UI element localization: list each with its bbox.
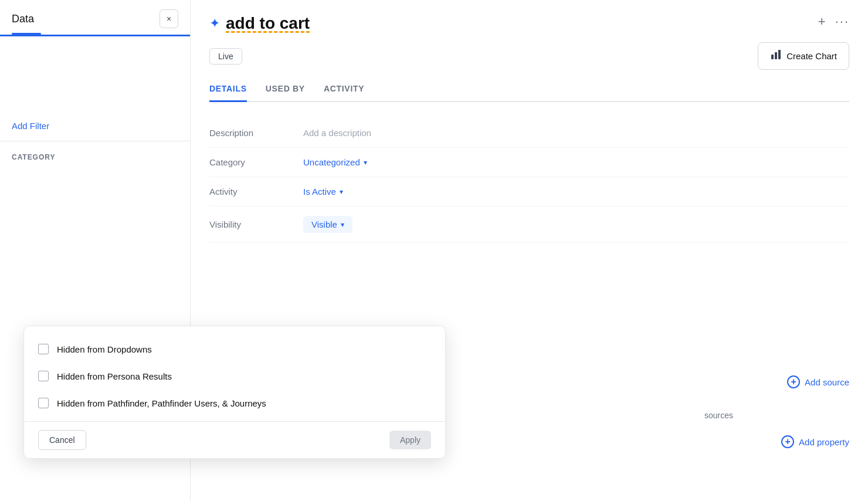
svg-rect-1	[775, 52, 777, 59]
sidebar-category-label: CATEGORY	[12, 153, 178, 161]
activity-label: Activity	[209, 187, 303, 197]
add-source-icon: +	[787, 375, 800, 388]
hidden-dropdowns-checkbox[interactable]	[38, 344, 49, 354]
category-dropdown[interactable]: Uncategorized ▾	[303, 157, 367, 167]
add-filter-button[interactable]: Add Filter	[12, 121, 49, 131]
add-button[interactable]: +	[818, 14, 826, 29]
activity-row: Activity Is Active ▾	[209, 177, 849, 207]
sidebar-header: Data ×	[0, 0, 190, 33]
hidden-dropdowns-label: Hidden from Dropdowns	[57, 344, 152, 354]
dropdown-item-hidden-pathfinder[interactable]: Hidden from Pathfinder, Pathfinder Users…	[24, 390, 445, 417]
chevron-down-icon: ▾	[340, 188, 343, 196]
hidden-pathfinder-checkbox[interactable]	[38, 398, 49, 408]
page-title: add to cart	[226, 14, 310, 33]
main-header: ✦ add to cart + ···	[209, 14, 849, 33]
live-badge: Live	[209, 48, 242, 65]
add-source-link[interactable]: + Add source	[787, 375, 849, 388]
sidebar-title: Data	[12, 13, 34, 25]
category-row: Category Uncategorized ▾	[209, 148, 849, 177]
visibility-dropdown-panel: Hidden from Dropdowns Hidden from Person…	[23, 326, 446, 459]
create-chart-button[interactable]: Create Chart	[758, 42, 849, 70]
sidebar-category-section: CATEGORY	[0, 141, 190, 175]
visibility-label: Visibility	[209, 219, 303, 229]
chevron-down-icon: ▾	[364, 158, 367, 167]
add-source-label: Add source	[805, 377, 849, 387]
hidden-persona-checkbox[interactable]	[38, 371, 49, 381]
cancel-button[interactable]: Cancel	[38, 430, 86, 450]
description-value[interactable]: Add a description	[303, 128, 371, 138]
hidden-pathfinder-label: Hidden from Pathfinder, Pathfinder Users…	[57, 398, 266, 408]
svg-rect-2	[778, 50, 781, 59]
second-row: Live Create Chart	[209, 42, 849, 70]
visibility-dropdown[interactable]: Visible ▾	[303, 216, 352, 233]
activity-value: Is Active	[303, 187, 336, 197]
visibility-value: Visible	[311, 219, 337, 229]
apply-button[interactable]: Apply	[389, 431, 431, 449]
category-value: Uncategorized	[303, 157, 360, 167]
activity-dropdown[interactable]: Is Active ▾	[303, 187, 343, 197]
tab-activity[interactable]: ACTIVITY	[324, 84, 364, 102]
visibility-row: Visibility Visible ▾	[209, 207, 849, 243]
add-property-icon: +	[781, 435, 794, 448]
create-chart-label: Create Chart	[786, 51, 837, 61]
details-table: Description Add a description Category U…	[209, 119, 849, 243]
add-property-link[interactable]: + Add property	[781, 435, 849, 448]
dropdown-footer: Cancel Apply	[24, 421, 445, 458]
sidebar-close-button[interactable]: ×	[160, 9, 178, 28]
chart-icon	[770, 49, 782, 63]
category-label: Category	[209, 157, 303, 167]
sidebar-filter-section: Add Filter	[0, 107, 190, 141]
dropdown-item-hidden-dropdowns[interactable]: Hidden from Dropdowns	[24, 336, 445, 363]
hidden-persona-label: Hidden from Persona Results	[57, 371, 172, 381]
more-options-button[interactable]: ···	[835, 14, 849, 29]
svg-rect-0	[771, 55, 774, 59]
tabs-row: DETAILS USED BY ACTIVITY	[209, 84, 849, 102]
chevron-down-icon: ▾	[341, 221, 344, 229]
sparkle-icon: ✦	[209, 16, 220, 31]
add-property-label: Add property	[799, 437, 849, 447]
description-row: Description Add a description	[209, 119, 849, 148]
main-title-row: ✦ add to cart	[209, 14, 310, 33]
description-label: Description	[209, 128, 303, 138]
tab-details[interactable]: DETAILS	[209, 84, 247, 102]
sidebar-tab-underline	[12, 33, 41, 35]
tab-used-by[interactable]: USED BY	[266, 84, 305, 102]
dropdown-item-hidden-persona[interactable]: Hidden from Persona Results	[24, 363, 445, 390]
header-actions: + ···	[818, 14, 849, 29]
